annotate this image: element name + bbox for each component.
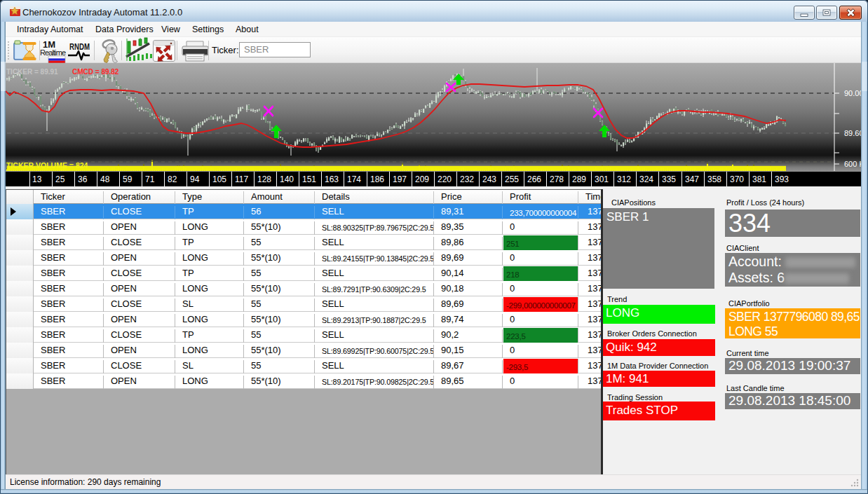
svg-text:TICKER = 89.91: TICKER = 89.91 <box>6 68 58 76</box>
svg-text:Realtime: Realtime <box>40 48 66 57</box>
svg-text:TICKER VOLUME = 824: TICKER VOLUME = 824 <box>6 161 88 170</box>
svg-text:89.60: 89.60 <box>844 129 861 137</box>
svg-text:CMCD = 89.82: CMCD = 89.82 <box>72 68 119 76</box>
svg-text:90.00: 90.00 <box>844 89 861 97</box>
svg-text:600 K: 600 K <box>844 160 861 168</box>
svg-text:RNDM: RNDM <box>69 42 90 52</box>
